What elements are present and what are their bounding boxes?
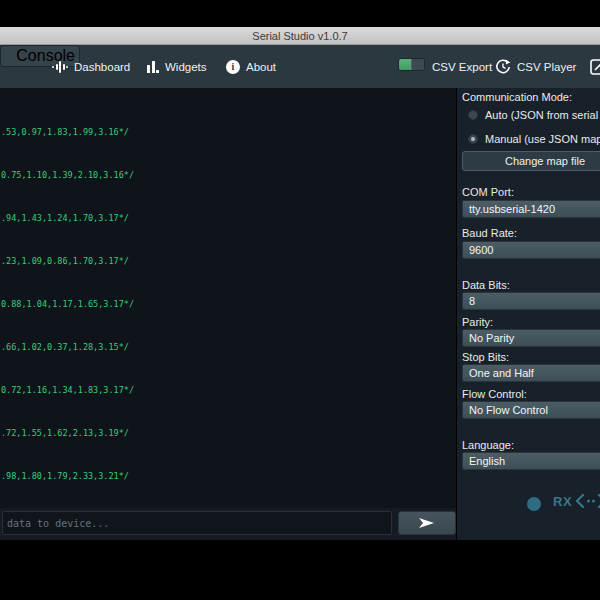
- send-button[interactable]: [398, 511, 456, 535]
- csv-export-toggle[interactable]: [398, 58, 425, 71]
- data-bits-label: Data Bits:: [462, 279, 510, 291]
- data-bits-select[interactable]: 8: [462, 292, 600, 310]
- change-map-file-button[interactable]: Change map file: [462, 151, 600, 171]
- dashboard-button-label: Dashboard: [74, 61, 130, 73]
- window-titlebar[interactable]: Serial Studio v1.0.7: [0, 27, 600, 45]
- waveform-icon: [52, 59, 68, 75]
- console-line: .72,1.55,1.62,2.13,3.19*/: [1, 428, 134, 439]
- send-icon: [418, 517, 436, 529]
- csv-export-label: CSV Export: [432, 61, 492, 73]
- radio-selected-icon: [468, 134, 478, 144]
- console-line: 0.75,1.10,1.39,2.10,3.16*/: [1, 170, 134, 181]
- baud-rate-select[interactable]: 9600: [462, 241, 600, 259]
- toolbar-button-csv-player[interactable]: CSV Player: [495, 45, 576, 88]
- rx-led-indicator: [527, 497, 541, 511]
- toolbar-button-about[interactable]: i About: [226, 45, 276, 88]
- bar-chart-icon: [147, 60, 159, 73]
- app-window: Serial Studio v1.0.7 Console Dashboard W…: [0, 0, 600, 600]
- toggle-knob: [411, 59, 424, 71]
- radio-auto-label: Auto (JSON from serial: [485, 109, 598, 121]
- widgets-button-label: Widgets: [165, 61, 207, 73]
- console-line: .53,0.97,1.83,1.99,3.16*/: [1, 127, 134, 138]
- console-line: .98,1.80,1.79,2.33,3.21*/: [1, 471, 134, 482]
- console-log: .53,0.97,1.83,1.99,3.16*/ 0.75,1.10,1.39…: [1, 88, 134, 508]
- toolbar: Console Dashboard Widgets i About CSV Ex…: [0, 45, 600, 88]
- console-panel: .53,0.97,1.83,1.99,3.16*/ 0.75,1.10,1.39…: [0, 88, 456, 540]
- stop-bits-value: One and Half: [469, 367, 534, 379]
- flow-control-label: Flow Control:: [462, 388, 527, 400]
- serial-terminal-icon: [575, 494, 600, 508]
- about-button-label: About: [246, 61, 276, 73]
- console-line: .66,1.02,0.37,1.28,3.15*/: [1, 342, 134, 353]
- radio-auto-json[interactable]: Auto (JSON from serial: [468, 109, 598, 121]
- language-label: Language:: [462, 439, 514, 451]
- toolbar-button-widgets[interactable]: Widgets: [147, 45, 207, 88]
- radio-manual-json[interactable]: Manual (use JSON map: [468, 133, 600, 145]
- radio-icon: [468, 110, 478, 120]
- console-line: .94,1.43,1.24,1.70,3.17*/: [1, 213, 134, 224]
- parity-select[interactable]: No Parity: [462, 329, 600, 347]
- flow-control-value: No Flow Control: [469, 404, 548, 416]
- com-port-value: tty.usbserial-1420: [469, 203, 555, 215]
- flow-control-select[interactable]: No Flow Control: [462, 401, 600, 419]
- console-line: 0.72,1.16,1.34,1.83,3.17*/: [1, 385, 134, 396]
- window-title: Serial Studio v1.0.7: [252, 30, 347, 42]
- baud-rate-label: Baud Rate:: [462, 227, 517, 239]
- baud-rate-value: 9600: [469, 244, 493, 256]
- console-line: 0.88,1.04,1.17,1.65,3.17*/: [1, 299, 134, 310]
- info-icon: i: [226, 60, 240, 74]
- csv-player-label: CSV Player: [517, 61, 576, 73]
- stop-bits-select[interactable]: One and Half: [462, 364, 600, 382]
- settings-panel: Communication Mode: Auto (JSON from seri…: [457, 88, 600, 540]
- console-line: .23,1.09,0.86,1.70,3.17*/: [1, 256, 134, 267]
- stop-bits-label: Stop Bits:: [462, 351, 509, 363]
- clock-replay-icon: [495, 59, 511, 75]
- language-select[interactable]: English: [462, 452, 600, 470]
- parity-label: Parity:: [462, 316, 493, 328]
- toolbar-button-log[interactable]: [590, 45, 600, 88]
- parity-value: No Parity: [469, 332, 514, 344]
- com-port-select[interactable]: tty.usbserial-1420: [462, 200, 600, 218]
- data-bits-value: 8: [469, 295, 475, 307]
- com-port-label: COM Port:: [462, 186, 514, 198]
- comm-mode-label: Communication Mode:: [462, 91, 572, 103]
- toolbar-button-dashboard[interactable]: Dashboard: [52, 45, 130, 88]
- console-input[interactable]: [2, 511, 392, 535]
- csv-export-label-item: CSV Export: [432, 45, 492, 88]
- radio-manual-label: Manual (use JSON map: [485, 133, 600, 145]
- rx-label: RX: [553, 494, 572, 509]
- pen-square-icon: [590, 58, 600, 75]
- console-output[interactable]: .53,0.97,1.83,1.99,3.16*/ 0.75,1.10,1.39…: [0, 88, 456, 508]
- language-value: English: [469, 455, 505, 467]
